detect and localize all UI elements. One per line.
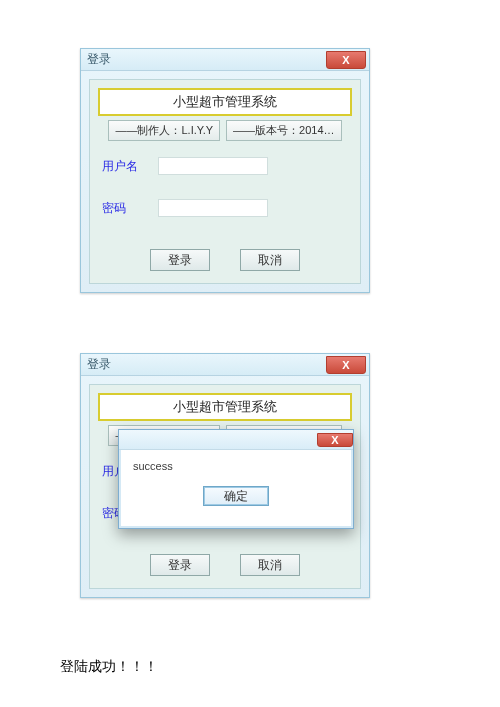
window-body: 小型超市管理系统 ——制作人：L.I.Y.Y ——版本号：2014… 用户名 密… [81,71,369,292]
modal-close-icon[interactable]: X [317,433,353,447]
login-button-2[interactable]: 登录 [150,554,210,576]
app-header-2: 小型超市管理系统 [98,393,352,421]
form-area: 用户名 密码 [98,149,352,245]
button-row: 登录 取消 [98,249,352,271]
button-row-2: 登录 取消 [98,554,352,576]
subheader-row: ——制作人：L.I.Y.Y ——版本号：2014… [98,120,352,141]
window-title-2: 登录 [81,356,111,373]
cancel-button-2[interactable]: 取消 [240,554,300,576]
titlebar-buttons-2: X [326,356,366,374]
modal-titlebar: X [119,430,353,450]
modal-ok-button[interactable]: 确定 [203,486,269,506]
window-title: 登录 [81,51,111,68]
username-row: 用户名 [102,157,348,175]
username-label: 用户名 [102,158,158,175]
password-input[interactable] [158,199,268,217]
app-header: 小型超市管理系统 [98,88,352,116]
titlebar-buttons: X [326,51,366,69]
modal-message: success [133,460,339,472]
modal-button-row: 确定 [133,486,339,506]
login-button[interactable]: 登录 [150,249,210,271]
login-screenshot-1: 登录 X 小型超市管理系统 ——制作人：L.I.Y.Y ——版本号：2014… … [80,48,500,293]
close-icon-2[interactable]: X [326,356,366,374]
modal-body: success 确定 [119,450,353,514]
titlebar-2: 登录 X [81,354,369,376]
username-input[interactable] [158,157,268,175]
login-screenshot-2: 登录 X 小型超市管理系统 ——制作人：L.I.Y.Y ——版本号：2014… … [80,353,400,598]
password-row: 密码 [102,199,348,217]
version-label: ——版本号：2014… [226,120,341,141]
close-icon[interactable]: X [326,51,366,69]
titlebar: 登录 X [81,49,369,71]
password-label: 密码 [102,200,158,217]
inner-panel: 小型超市管理系统 ——制作人：L.I.Y.Y ——版本号：2014… 用户名 密… [89,79,361,284]
success-modal: X success 确定 [118,429,354,529]
cancel-button[interactable]: 取消 [240,249,300,271]
login-window: 登录 X 小型超市管理系统 ——制作人：L.I.Y.Y ——版本号：2014… … [80,48,370,293]
caption-text: 登陆成功！！！ [60,658,500,676]
author-label: ——制作人：L.I.Y.Y [108,120,220,141]
